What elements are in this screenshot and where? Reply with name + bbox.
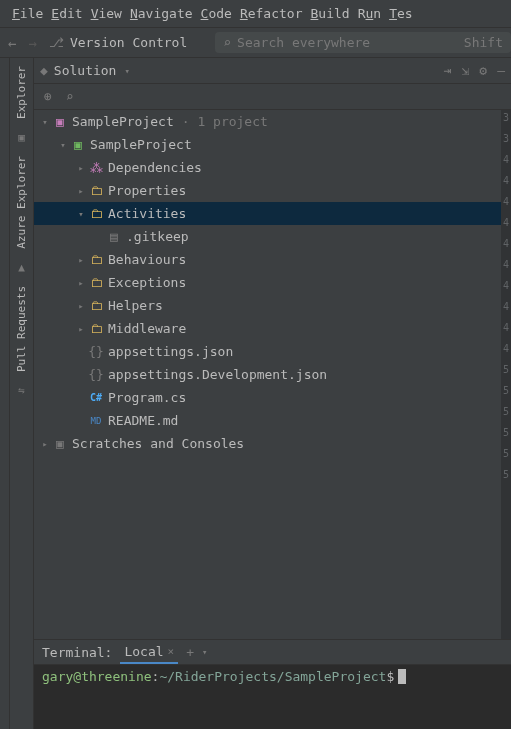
chevron-down-icon[interactable]: ▾: [124, 66, 129, 76]
gutter-line: 4: [503, 343, 509, 354]
terminal-path: ~/RiderProjects/SampleProject: [159, 669, 386, 684]
tree-item[interactable]: 🗀Middleware: [34, 317, 501, 340]
tree-item[interactable]: 🗀Behaviours: [34, 248, 501, 271]
terminal-title: Terminal:: [42, 645, 112, 660]
tree-item[interactable]: C#Program.cs: [34, 386, 501, 409]
close-icon[interactable]: ×: [168, 645, 175, 658]
collapse-all-icon[interactable]: ⇲: [462, 63, 470, 78]
explorer-icon: ▣: [10, 127, 33, 148]
tree-label: Exceptions: [108, 275, 186, 290]
solution-node-icon: ▣: [52, 114, 68, 129]
tree-label: .gitkeep: [126, 229, 189, 244]
tree-root-solution[interactable]: ▣ SampleProject · 1 project: [34, 110, 501, 133]
gutter-line: 4: [503, 196, 509, 207]
nav-forward-icon[interactable]: →: [28, 35, 36, 51]
expand-chevron-icon[interactable]: [74, 186, 88, 196]
minimize-icon[interactable]: —: [497, 63, 505, 78]
pull-request-icon: ⇋: [10, 380, 33, 401]
menu-navigate[interactable]: Navigate: [130, 6, 193, 21]
expand-chevron-icon[interactable]: [74, 324, 88, 334]
tree-item[interactable]: MDREADME.md: [34, 409, 501, 432]
menu-file[interactable]: File: [12, 6, 43, 21]
terminal-dropdown-icon[interactable]: ▾: [202, 647, 207, 657]
gutter-line: 4: [503, 154, 509, 165]
folder-icon: 🗀: [88, 275, 104, 290]
gutter-line: 5: [503, 469, 509, 480]
tree-item[interactable]: ⁂Dependencies: [34, 156, 501, 179]
solution-title[interactable]: Solution: [54, 63, 117, 78]
tree-item[interactable]: {}appsettings.json: [34, 340, 501, 363]
tab-azure-explorer[interactable]: Azure Explorer: [10, 148, 33, 257]
editor-gutter: 334444444444555555: [501, 110, 511, 639]
expand-chevron-icon[interactable]: [56, 140, 70, 150]
azure-icon: ▲: [10, 257, 33, 278]
tree-item[interactable]: 🗀Helpers: [34, 294, 501, 317]
scroll-from-source-icon[interactable]: ⇥: [444, 63, 452, 78]
menu-edit[interactable]: Edit: [51, 6, 82, 21]
tree-label: Scratches and Consoles: [72, 436, 244, 451]
expand-chevron-icon[interactable]: [74, 301, 88, 311]
menu-build[interactable]: Build: [311, 6, 350, 21]
expand-chevron-icon[interactable]: [74, 255, 88, 265]
gutter-line: 4: [503, 301, 509, 312]
add-terminal-icon[interactable]: +: [186, 645, 194, 660]
csharp-icon: C#: [88, 392, 104, 403]
expand-chevron-icon[interactable]: [38, 439, 52, 449]
gutter-line: 3: [503, 133, 509, 144]
tree-item[interactable]: 🗀Exceptions: [34, 271, 501, 294]
terminal-header: Terminal: Local × + ▾: [34, 639, 511, 665]
gutter-line: 4: [503, 217, 509, 228]
tree-label: appsettings.Development.json: [108, 367, 327, 382]
search-placeholder: Search everywhere: [237, 35, 370, 50]
gutter-line: 5: [503, 364, 509, 375]
tree-item[interactable]: 🗀Properties: [34, 179, 501, 202]
solution-tree: ▣ SampleProject · 1 project ▣ SampleProj…: [34, 110, 501, 639]
tab-explorer[interactable]: Explorer: [10, 58, 33, 127]
tree-project[interactable]: ▣ SampleProject: [34, 133, 501, 156]
menu-run[interactable]: Run: [358, 6, 381, 21]
menu-view[interactable]: View: [91, 6, 122, 21]
gutter-line: 5: [503, 406, 509, 417]
expand-chevron-icon[interactable]: [38, 117, 52, 127]
expand-chevron-icon[interactable]: [74, 278, 88, 288]
file-icon: ▤: [106, 229, 122, 244]
vc-label-text: Version Control: [70, 35, 187, 50]
scratch-icon: ▣: [52, 436, 68, 451]
solution-panel-header: ◆ Solution ▾ ⇥ ⇲ ⚙ —: [34, 58, 511, 84]
folder-icon: 🗀: [88, 298, 104, 313]
search-everywhere-input[interactable]: ⌕ Search everywhere Shift: [215, 32, 511, 53]
gutter-line: 4: [503, 259, 509, 270]
nav-back-icon[interactable]: ←: [8, 35, 16, 51]
menu-refactor[interactable]: Refactor: [240, 6, 303, 21]
settings-gear-icon[interactable]: ⚙: [479, 63, 487, 78]
tab-pull-requests[interactable]: Pull Requests: [10, 278, 33, 380]
terminal-cursor: [398, 669, 406, 684]
folder-icon: 🗀: [88, 321, 104, 336]
navigation-bar: ← → ⎇ Version Control ⌕ Search everywher…: [0, 28, 511, 58]
expand-chevron-icon[interactable]: [74, 209, 88, 219]
expand-chevron-icon[interactable]: [74, 163, 88, 173]
tree-scratches[interactable]: ▣ Scratches and Consoles: [34, 432, 501, 455]
tree-item[interactable]: ▤.gitkeep: [34, 225, 501, 248]
tree-label: README.md: [108, 413, 178, 428]
tree-item[interactable]: {}appsettings.Development.json: [34, 363, 501, 386]
gutter-line: 5: [503, 427, 509, 438]
gutter-line: 4: [503, 280, 509, 291]
tree-label: Activities: [108, 206, 186, 221]
tool-window-tabs: Explorer ▣ Azure Explorer ▲ Pull Request…: [10, 58, 34, 729]
terminal-tab-local[interactable]: Local ×: [120, 641, 178, 664]
tree-item[interactable]: 🗀Activities: [34, 202, 501, 225]
branch-icon: ⎇: [49, 35, 64, 50]
terminal-content[interactable]: gary@threenine:~/RiderProjects/SamplePro…: [34, 665, 511, 688]
menu-code[interactable]: Code: [201, 6, 232, 21]
search-hint: Shift: [464, 35, 503, 50]
version-control-widget[interactable]: ⎇ Version Control: [49, 35, 187, 50]
json-icon: {}: [88, 344, 104, 359]
gutter-line: 3: [503, 112, 509, 123]
gutter-line: 4: [503, 175, 509, 186]
tree-label: Program.cs: [108, 390, 186, 405]
locate-icon[interactable]: ⊕: [44, 89, 52, 104]
search-tree-icon[interactable]: ⌕: [66, 89, 74, 104]
menu-tests[interactable]: Tes: [389, 6, 412, 21]
terminal-panel: Terminal: Local × + ▾ gary@threenine:~/R…: [34, 639, 511, 729]
